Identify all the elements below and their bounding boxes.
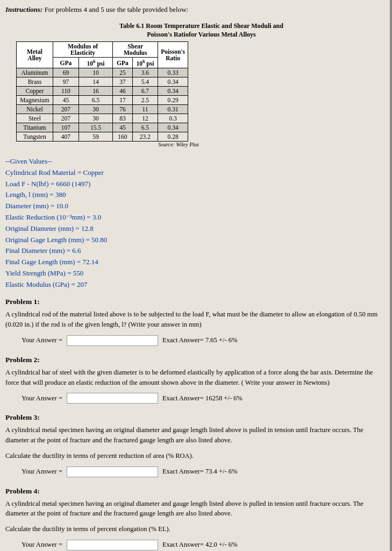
problem-1-exact-answer: Exact Answer= 7.65 +/- 6% [162, 336, 237, 344]
given-value-item: Elastic Reduction (10⁻³mm) = 3.0 [5, 212, 387, 223]
table-row: Tungsten 407 59 160 23.2 0.28 [17, 132, 188, 141]
col-metal-alloy: Metal Alloy [17, 42, 53, 68]
problem-3-title: Problem 3: [5, 413, 387, 422]
moduli-table: Metal Alloy Modulus of Elasticity Shear … [16, 41, 188, 142]
problem-2-exact-answer: Exact Answer= 16258 +/- 6% [162, 394, 243, 402]
given-value-item: Final Gage Length (mm) = 72.14 [5, 257, 387, 268]
problem-4-section: Problem 4:A cylindrical metal specimen h… [5, 487, 387, 550]
problem-2-section: Problem 2:A cylindrical bar of steel wit… [5, 356, 387, 404]
table-row: Copper 110 16 46 6.7 0.34 [17, 86, 188, 95]
col-modulus-elasticity: Modulus of Elasticity [53, 42, 112, 58]
right-border [390, 0, 392, 551]
problem-4-answer-input[interactable] [67, 540, 158, 550]
given-value-item: Diameter (mm) = 10.0 [5, 201, 387, 212]
problem-4-title: Problem 4: [5, 487, 387, 496]
table-row: Nickel 207 30 76 11 0.31 [17, 104, 188, 114]
table-row: Brass 97 14 37 5.4 0.34 [17, 77, 188, 86]
problem-3-answer-input[interactable] [67, 467, 158, 477]
given-header: --Given Values-- [5, 156, 387, 167]
problem-3-text-line1: A cylindrical metal specimen having an o… [5, 425, 387, 446]
problem-4-exact-answer: Exact Answer= 42.0 +/- 6% [162, 541, 237, 549]
table-source: Source: Wiley Plus [27, 142, 199, 147]
problem-1-answer-input[interactable] [67, 335, 158, 346]
given-value-item: Yield Strength (MPa) = 550 [5, 268, 387, 279]
problem-3-answer-label: Your Answer = [22, 468, 62, 476]
col-e-psi: 106 psi [79, 58, 112, 68]
given-value-item: Final Diameter (mm) = 6.6 [5, 245, 387, 257]
table-row: Aluminum 69 10 25 3.6 0.33 [17, 68, 188, 77]
problem-1-section: Problem 1:A cylindrical rod of the mater… [5, 298, 387, 346]
col-e-gpa: GPa [53, 58, 79, 68]
problem-2-answer-row: Your Answer =Exact Answer= 16258 +/- 6% [22, 393, 387, 404]
given-value-item: Original Diameter (mm) = 12.8 [5, 223, 387, 235]
problem-3-text-line2: Calculate the ductility in terms of perc… [5, 451, 387, 461]
problem-2-answer-label: Your Answer = [22, 394, 62, 402]
problem-4-text-line1: A cylindrical metal specimen having an o… [5, 499, 387, 519]
problem-4-text-line2: Calculate the ductility in terms of perc… [5, 524, 387, 534]
col-g-gpa: GPa [113, 58, 132, 68]
table-row: Steel 207 30 83 12 0.3 [17, 114, 188, 123]
table-row: Magnesium 45 6.5 17 2.5 0.29 [17, 95, 188, 104]
problem-3-exact-answer: Exact Answer= 73.4 +/- 6% [162, 468, 237, 476]
problem-1-answer-row: Your Answer =Exact Answer= 7.65 +/- 6% [22, 335, 387, 346]
instructions-line: Instructions: For problems 4 and 5 use t… [5, 4, 387, 15]
problem-3-section: Problem 3:A cylindrical metal specimen h… [5, 413, 387, 477]
col-g-psi: 106 psi [132, 58, 158, 68]
problem-2-text: A cylindrical bar of steel with the give… [5, 368, 387, 388]
given-value-item: Length, l (mm) = 380 [5, 189, 387, 201]
given-value-item: Load F - N(lbf) = 6660 (1497) [5, 179, 387, 190]
instructions-text: For problems 4 and 5 use the table provi… [45, 5, 189, 13]
instructions-label: Instructions: [5, 5, 42, 13]
problem-1-text: A cylindrical rod of the material listed… [5, 309, 387, 330]
problem-1-title: Problem 1: [5, 298, 387, 306]
problem-2-title: Problem 2: [5, 356, 387, 364]
problem-2-answer-input[interactable] [67, 393, 158, 404]
problem-4-answer-label: Your Answer = [22, 541, 62, 549]
table-container: Table 6.1 Room Temperature Elastic and S… [16, 22, 387, 147]
given-value-item: Original Gage Length (mm) = 50.80 [5, 235, 387, 246]
col-shear-modulus: Shear Modulus [113, 42, 158, 58]
given-values-section: --Given Values-- Cylindrical Rod Materia… [5, 156, 387, 291]
problem-1-answer-label: Your Answer = [22, 336, 62, 344]
problem-4-answer-row: Your Answer =Exact Answer= 42.0 +/- 6% [22, 540, 387, 550]
problem-3-answer-row: Your Answer =Exact Answer= 73.4 +/- 6% [22, 467, 387, 477]
table-row: Titanium 107 15.5 45 6.5 0.34 [17, 123, 188, 132]
col-poissons-ratio: Poisson'sRatio [158, 42, 188, 68]
given-value-item: Elastic Modulus (GPa) = 207 [5, 279, 387, 291]
table-title: Table 6.1 Room Temperature Elastic and S… [16, 22, 387, 40]
given-value-item: Cylindrical Rod Material = Copper [5, 167, 387, 179]
